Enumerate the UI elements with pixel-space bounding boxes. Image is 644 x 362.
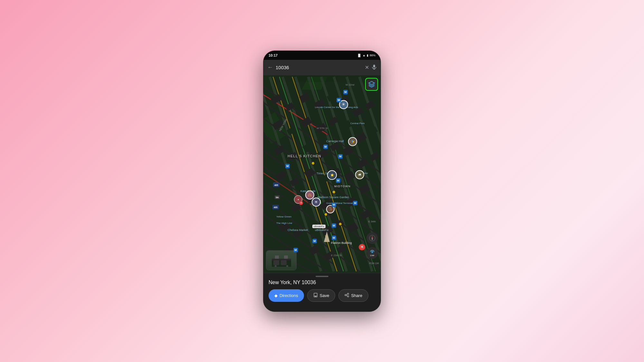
svg-point-108 (372, 251, 373, 253)
clear-button[interactable]: ✕ (365, 64, 369, 70)
phone-frame: 10:17 ▐▌ ▲ ▮ 86% ← 10036 ✕ (263, 51, 381, 312)
svg-text:9A: 9A (276, 196, 279, 198)
msg-poi: 🏟 (312, 198, 321, 207)
live-text: Live (370, 254, 374, 256)
small-poi-1: ● ✕ (294, 195, 302, 204)
carnegie-hall-poi: 🎭 (348, 137, 357, 146)
svg-rect-98 (281, 260, 287, 265)
save-icon (313, 293, 318, 298)
layer-button[interactable] (365, 78, 378, 91)
battery-level: 86% (370, 54, 375, 57)
directions-label: Directions (279, 293, 298, 298)
status-time: 10:17 (269, 53, 278, 57)
map-area[interactable]: 495 495 9A HELL'S KITCHEN MIDTOWN Lincol… (263, 75, 381, 273)
directions-icon: ◆ (274, 293, 278, 298)
search-query[interactable]: 10036 (276, 65, 362, 70)
svg-point-111 (347, 293, 349, 294)
svg-rect-96 (272, 259, 291, 260)
svg-rect-97 (273, 260, 279, 265)
svg-point-87 (332, 190, 336, 193)
grand-central-poi: 🚂 (326, 205, 335, 213)
drag-handle[interactable] (316, 276, 328, 277)
times-square-poi: ⭐ (327, 170, 337, 180)
svg-rect-100 (284, 255, 288, 259)
flatiron-icon (324, 232, 330, 243)
status-bar: 10:17 ▐▌ ▲ ▮ 86% (263, 51, 381, 60)
svg-point-89 (339, 222, 342, 226)
share-icon (345, 293, 349, 298)
mic-button[interactable] (372, 64, 377, 71)
location-title: New York, NY 10036 (263, 280, 381, 285)
street-photo (266, 250, 297, 270)
compass-button[interactable] (366, 232, 378, 244)
lincoln-center-poi: 🏛 (339, 100, 348, 109)
svg-point-90 (311, 162, 315, 165)
share-label: Share (351, 293, 362, 298)
save-label: Save (320, 293, 329, 298)
directions-button[interactable]: ◆ Directions (269, 289, 304, 302)
status-right-icons: ▐▌ ▲ ▮ 86% (357, 54, 375, 57)
svg-point-112 (345, 294, 346, 296)
svg-rect-0 (373, 65, 375, 68)
ubreakifix-poi: uBreakiFix (312, 225, 326, 228)
signal-icon: ▐▌ (357, 54, 361, 57)
hotel-marker: H (359, 244, 365, 250)
svg-marker-103 (369, 81, 374, 85)
svg-text:495: 495 (274, 184, 278, 186)
battery-icon: ▮ (367, 54, 368, 57)
back-button[interactable]: ← (267, 64, 273, 71)
svg-line-115 (346, 295, 347, 296)
wifi-icon: ▲ (363, 54, 365, 57)
action-buttons: ◆ Directions Save (263, 289, 381, 302)
svg-line-114 (346, 294, 347, 295)
share-button[interactable]: Share (338, 289, 368, 302)
search-bar: ← 10036 ✕ (263, 60, 381, 75)
bottom-panel: New York, NY 10036 ◆ Directions Save (263, 273, 381, 311)
svg-point-113 (347, 296, 349, 297)
rockefeller-poi: 🏙 (355, 170, 364, 179)
live-button[interactable]: Live (366, 247, 378, 259)
save-button[interactable]: Save (307, 289, 336, 302)
svg-text:495: 495 (274, 206, 278, 209)
svg-rect-99 (275, 255, 279, 259)
